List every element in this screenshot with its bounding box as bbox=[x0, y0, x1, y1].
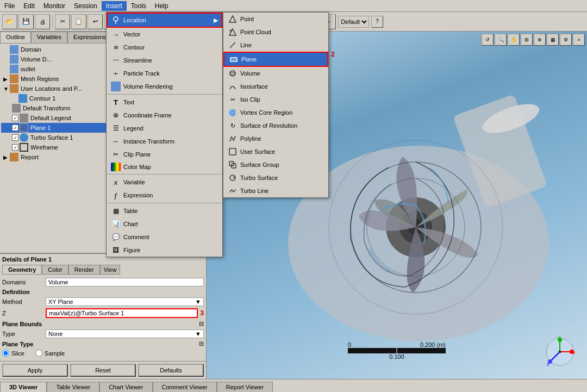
details-panel: Details of Plane 1 Geometry Color Render… bbox=[0, 253, 206, 361]
toolbar-expand[interactable]: » bbox=[312, 18, 315, 25]
details-tab-color[interactable]: Color bbox=[42, 265, 68, 275]
apply-button[interactable]: Apply bbox=[2, 364, 68, 377]
viewer-btn-axes[interactable]: ⊕ bbox=[534, 34, 546, 46]
toolbar-cam[interactable]: 📸 bbox=[278, 14, 294, 29]
menu-insert[interactable]: Insert bbox=[102, 1, 127, 11]
details-tab-geometry[interactable]: Geometry bbox=[2, 265, 42, 275]
menu-help[interactable]: Help bbox=[151, 1, 173, 11]
sample-radio-label[interactable]: Sample bbox=[35, 350, 65, 357]
toolbar-cut[interactable]: ✂ bbox=[55, 14, 70, 29]
menu-file[interactable]: File bbox=[0, 1, 19, 11]
menu-session[interactable]: Session bbox=[70, 1, 102, 11]
tree-item-deflegend[interactable]: ✓ Default Legend bbox=[1, 113, 205, 123]
toolbar-settings[interactable]: ⚙ bbox=[157, 14, 172, 29]
tab-outline[interactable]: Outline bbox=[0, 32, 31, 43]
viewer-btn-grid[interactable]: ▦ bbox=[547, 34, 559, 46]
tab-comment-viewer[interactable]: Comment Viewer bbox=[153, 382, 217, 392]
toolbar-b5[interactable]: ⊢ bbox=[242, 14, 257, 29]
viewer-btn-fit[interactable]: ⊞ bbox=[521, 34, 533, 46]
details-tab-view[interactable]: View bbox=[100, 265, 121, 275]
tab-chart-viewer[interactable]: Chart Viewer bbox=[99, 382, 152, 392]
scale-bar: 0 0.200 (m) 0.100 bbox=[348, 341, 446, 360]
tab-report-viewer[interactable]: Report Viewer bbox=[217, 382, 273, 392]
toolbar-redo[interactable]: ↪ bbox=[104, 14, 119, 29]
viewer-toolbar: ↺ 🔍 ✋ ⊞ ⊕ ▦ ⚙ » bbox=[482, 34, 585, 46]
viewer-btn-cfg[interactable]: ⚙ bbox=[560, 34, 572, 46]
z-input[interactable] bbox=[46, 308, 198, 318]
plane1-icon bbox=[20, 123, 28, 132]
tree-item-report[interactable]: ▶ Report bbox=[1, 152, 205, 162]
viewer-btn-more[interactable]: » bbox=[573, 34, 585, 46]
viewer-btn-pan[interactable]: ✋ bbox=[508, 34, 520, 46]
toolbar-mode1[interactable]: ▷ bbox=[321, 14, 336, 29]
plane-bounds-collapse[interactable]: ⊟ bbox=[199, 320, 204, 327]
tree-item-wireframe[interactable]: ✓ Wireframe bbox=[1, 142, 205, 152]
tree-item-user-locations[interactable]: ▼ User Locations and P... bbox=[1, 84, 205, 94]
slice-radio[interactable] bbox=[2, 350, 9, 357]
plane-type-collapse[interactable]: ⊟ bbox=[199, 340, 204, 347]
checkbox-plane1[interactable]: ✓ bbox=[12, 125, 18, 131]
type-dropdown-arrow: ▼ bbox=[195, 331, 201, 337]
slice-radio-label[interactable]: Slice bbox=[2, 350, 24, 357]
menu-edit[interactable]: Edit bbox=[19, 1, 39, 11]
tree-item-deftrans[interactable]: Default Transform bbox=[1, 103, 205, 113]
tab-table-viewer[interactable]: Table Viewer bbox=[47, 382, 99, 392]
toolbar-print[interactable]: 🖨 bbox=[35, 14, 50, 29]
type-row: Type None ▼ bbox=[2, 329, 204, 338]
sample-radio[interactable] bbox=[35, 350, 42, 357]
reset-button[interactable]: Reset bbox=[70, 364, 136, 377]
viewer-btn-zoom[interactable]: 🔍 bbox=[495, 34, 507, 46]
tree-label: Mesh Regions bbox=[21, 76, 59, 82]
turbine-3d-view bbox=[261, 59, 576, 363]
toolbar-b4[interactable]: ⊡ bbox=[226, 14, 241, 29]
slice-label: Slice bbox=[11, 350, 24, 357]
type-dropdown[interactable]: None ▼ bbox=[46, 329, 204, 338]
tab-variables[interactable]: Variables bbox=[31, 32, 67, 43]
toolbar-undo[interactable]: ↩ bbox=[88, 14, 103, 29]
toolbar-question[interactable]: ? bbox=[371, 16, 383, 28]
toolbar-copy[interactable]: 📋 bbox=[71, 14, 86, 29]
viewer-btn-rotate[interactable]: ↺ bbox=[482, 34, 494, 46]
dropdown-arrow: ▼ bbox=[195, 298, 201, 305]
tree-item[interactable]: outlet bbox=[1, 64, 205, 74]
toolbar-more[interactable]: ⋯ bbox=[295, 14, 310, 29]
toolbar: 📂 💾 🖨 ✂ 📋 ↩ ↪ 🔍 📊 ⚙ ⊞ ⊟ ⊠ ⊡ ⊢ 🕐 📸 ⋯ » ▷ … bbox=[0, 12, 587, 32]
plane-bounds-header: Plane Bounds ⊟ bbox=[2, 320, 204, 327]
defaults-button[interactable]: Defaults bbox=[138, 364, 204, 377]
checkbox-wireframe[interactable]: ✓ bbox=[12, 144, 18, 151]
tab-3d-viewer[interactable]: 3D Viewer bbox=[0, 382, 47, 392]
toolbar-b3[interactable]: ⊠ bbox=[209, 14, 224, 29]
tree-label: Plane 1 bbox=[30, 125, 51, 131]
tree-label: User Locations and P... bbox=[21, 85, 82, 92]
menu-monitor[interactable]: Monitor bbox=[39, 1, 70, 11]
toolbar-b1[interactable]: ⊞ bbox=[177, 14, 192, 29]
outlet-icon bbox=[10, 65, 18, 73]
toolbar-zoom[interactable]: 🔍 bbox=[124, 14, 139, 29]
bottom-buttons: Apply Reset Defaults bbox=[0, 361, 206, 379]
details-tab-render[interactable]: Render bbox=[68, 265, 100, 275]
method-row: Method XY Plane ▼ bbox=[2, 297, 204, 306]
tree-item-mesh[interactable]: ▶ Mesh Regions bbox=[1, 74, 205, 84]
tree-expand-user: ▼ bbox=[3, 86, 10, 92]
tab-expressions[interactable]: Expressions bbox=[67, 32, 112, 43]
contour-icon bbox=[18, 94, 27, 103]
checkbox-deflegend[interactable]: ✓ bbox=[12, 115, 18, 121]
toolbar-save[interactable]: 💾 bbox=[18, 14, 34, 29]
menu-tools[interactable]: Tools bbox=[127, 1, 151, 11]
tree-item[interactable]: Domain bbox=[1, 45, 205, 54]
tree-item[interactable]: Volume D... bbox=[1, 54, 205, 64]
checkbox-turbosurf[interactable]: ✓ bbox=[12, 134, 18, 141]
toolbar-chart[interactable]: 📊 bbox=[140, 14, 155, 29]
tree-item-plane1[interactable]: ✓ Plane 1 bbox=[1, 123, 205, 133]
toolbar-clock[interactable]: 🕐 bbox=[262, 14, 277, 29]
type-label: Type bbox=[2, 331, 46, 337]
tree-item-contour[interactable]: Contour 1 bbox=[1, 94, 205, 103]
tree-label: Turbo Surface 1 bbox=[30, 134, 73, 141]
toolbar-b2[interactable]: ⊟ bbox=[193, 14, 208, 29]
tree-item-turbosurf[interactable]: ✓ Turbo Surface 1 bbox=[1, 133, 205, 142]
svg-point-19 bbox=[548, 359, 552, 364]
method-dropdown[interactable]: XY Plane ▼ bbox=[46, 297, 204, 306]
toolbar-new[interactable]: 📂 bbox=[2, 14, 17, 29]
toolbar-dropdown[interactable]: Default bbox=[338, 16, 369, 28]
svg-point-16 bbox=[559, 351, 561, 353]
